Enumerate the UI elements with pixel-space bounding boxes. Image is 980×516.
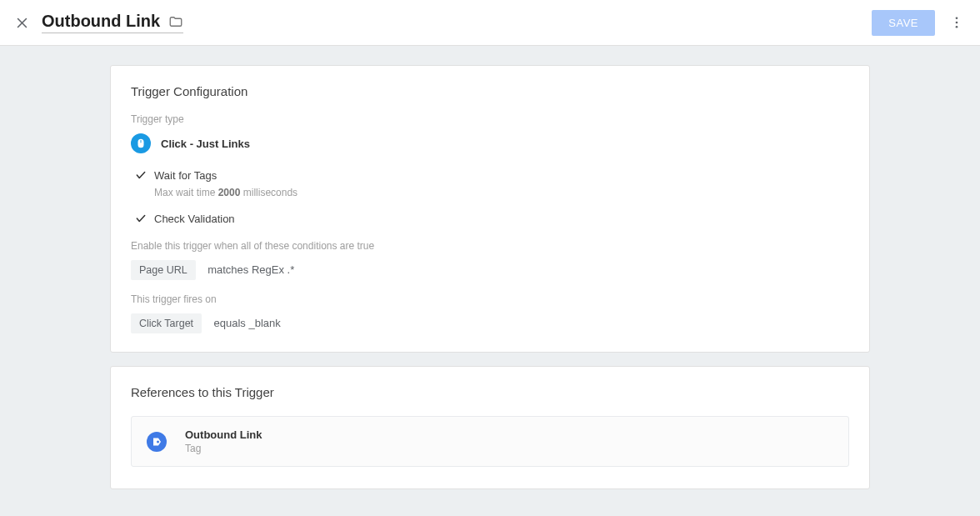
- tag-icon: [147, 432, 167, 452]
- references-card: References to this Trigger Outbound Link…: [110, 366, 870, 489]
- wait-time-text: Max wait time 2000 milliseconds: [154, 187, 849, 198]
- svg-point-3: [956, 22, 958, 24]
- close-button[interactable]: [8, 9, 35, 36]
- fires-on-label: This trigger fires on: [131, 293, 849, 305]
- svg-point-2: [956, 17, 958, 19]
- topbar-actions: SAVE: [872, 10, 968, 36]
- trigger-type-name: Click - Just Links: [161, 138, 250, 150]
- check-validation-label: Check Validation: [154, 213, 235, 225]
- svg-rect-6: [141, 140, 142, 143]
- trigger-type-label: Trigger type: [131, 113, 849, 125]
- check-icon: [134, 212, 148, 225]
- reference-name: Outbound Link: [185, 428, 262, 441]
- svg-point-4: [956, 26, 958, 28]
- condition-text: equals _blank: [214, 317, 281, 329]
- folder-icon[interactable]: [168, 14, 183, 29]
- check-icon: [134, 168, 148, 182]
- reference-type: Tag: [185, 443, 262, 454]
- wait-suffix: milliseconds: [240, 187, 298, 198]
- save-button[interactable]: SAVE: [872, 10, 935, 36]
- reference-text: Outbound Link Tag: [185, 428, 262, 454]
- overflow-menu-button[interactable]: [945, 11, 968, 34]
- enable-condition: Page URL matches RegEx .*: [131, 260, 849, 280]
- reference-item[interactable]: Outbound Link Tag: [131, 416, 849, 467]
- check-validation-row: Check Validation: [134, 212, 849, 225]
- enable-conditions-label: Enable this trigger when all of these co…: [131, 240, 849, 252]
- wait-for-tags-label: Wait for Tags: [154, 169, 217, 182]
- fires-condition: Click Target equals _blank: [131, 313, 849, 333]
- variable-chip: Click Target: [131, 313, 202, 333]
- wait-for-tags-row: Wait for Tags: [134, 168, 849, 182]
- variable-chip: Page URL: [131, 260, 196, 280]
- link-click-icon: [131, 133, 151, 153]
- wait-prefix: Max wait time: [154, 187, 218, 198]
- card-title: Trigger Configuration: [131, 84, 849, 98]
- svg-point-8: [157, 440, 159, 443]
- title-input-wrap[interactable]: Outbound Link: [42, 12, 183, 33]
- page-title: Outbound Link: [42, 12, 160, 31]
- condition-text: matches RegEx .*: [208, 263, 294, 276]
- wait-value: 2000: [218, 187, 241, 198]
- references-title: References to this Trigger: [131, 385, 849, 399]
- page-body: Trigger Configuration Trigger type Click…: [0, 46, 980, 516]
- topbar: Outbound Link SAVE: [0, 0, 980, 46]
- close-icon: [15, 16, 29, 30]
- trigger-config-card[interactable]: Trigger Configuration Trigger type Click…: [110, 65, 870, 353]
- trigger-type-row: Click - Just Links: [131, 133, 849, 153]
- more-vert-icon: [949, 15, 964, 30]
